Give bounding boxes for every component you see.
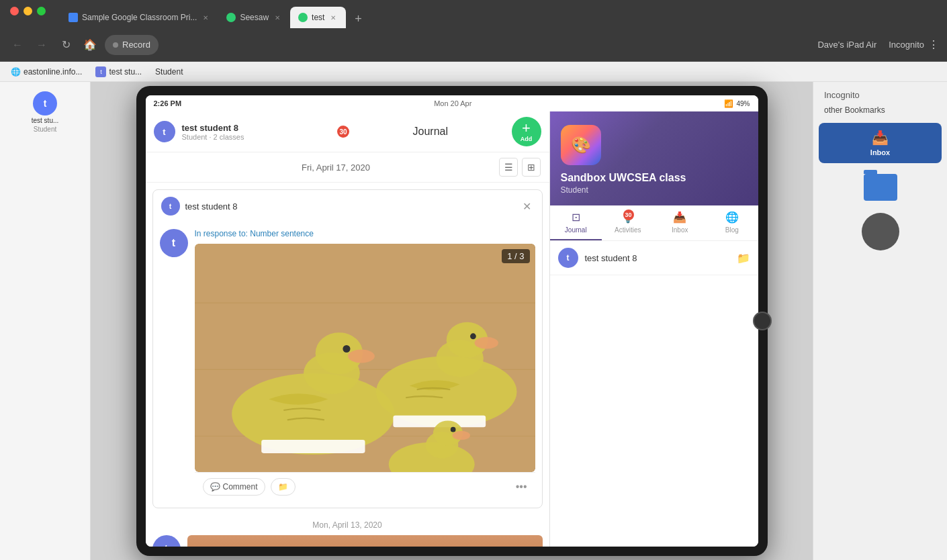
status-icons: 📶 49% xyxy=(724,99,750,108)
post-close-button[interactable]: ✕ xyxy=(521,199,534,213)
seesaw-tab-activities[interactable]: 💡 Activities 30 xyxy=(602,205,654,240)
refresh-button[interactable]: ↻ xyxy=(56,36,75,54)
ipad-app: t test student 8 Student · 2 classes 30 … xyxy=(146,111,758,547)
post-content: t In response to: Number sentence xyxy=(153,222,542,508)
post-author-name: test student 8 xyxy=(185,201,515,212)
inbox-tab-icon: 📥 xyxy=(673,211,686,224)
other-bookmarks[interactable]: other Bookmarks xyxy=(819,103,942,118)
activities-badge: 30 xyxy=(623,209,634,220)
bookmarks-bar: 🌐 eastonline.info... t test stu... Stude… xyxy=(0,62,947,82)
comment-icon: 💬 xyxy=(210,482,220,492)
current-date: Fri, April 17, 2020 xyxy=(302,162,370,173)
seesaw-class-name: Sandbox UWCSEA class xyxy=(561,172,748,184)
tab-favicon-1 xyxy=(69,13,78,22)
fullscreen-window-button[interactable] xyxy=(37,7,46,15)
status-time: 2:26 PM xyxy=(154,99,182,107)
tab-google-classroom[interactable]: Sample Google Classroom Pri... ✕ xyxy=(60,7,218,28)
seesaw-logo: 🎨 xyxy=(561,125,601,165)
bookmark-label-1: eastonline.info... xyxy=(24,67,82,77)
journal-title-container: Journal xyxy=(356,126,505,138)
svg-point-13 xyxy=(474,337,498,349)
back-button[interactable]: ← xyxy=(8,36,27,54)
seesaw-student-avatar: t xyxy=(558,248,578,268)
tab-close-2[interactable]: ✕ xyxy=(273,13,282,22)
new-tab-button[interactable]: + xyxy=(349,9,367,28)
bookmark-eastonline[interactable]: 🌐 eastonline.info... xyxy=(7,66,86,78)
inbox-panel[interactable]: 📥 Inbox xyxy=(819,123,942,163)
response-link[interactable]: In response to: Number sentence xyxy=(195,229,535,238)
tab-test[interactable]: test ✕ xyxy=(290,7,346,28)
svg-point-14 xyxy=(470,333,476,339)
bookmark-label-2: test stu... xyxy=(109,67,142,77)
svg-point-19 xyxy=(452,431,469,440)
grid-view-button[interactable]: ⊞ xyxy=(522,158,541,177)
second-post-image[interactable] xyxy=(187,535,543,547)
traffic-lights xyxy=(10,7,46,15)
post-image-container[interactable]: 1 / 3 xyxy=(195,244,535,472)
seesaw-header: 🎨 Sandbox UWCSEA class Student xyxy=(550,111,758,205)
seesaw-tab-journal[interactable]: ⊡ Journal xyxy=(550,205,602,240)
blog-tab-icon: 🌐 xyxy=(725,211,739,224)
sidebar-avatar: t xyxy=(33,91,57,115)
bookmark-student[interactable]: Student xyxy=(151,66,187,78)
add-button[interactable]: + Add xyxy=(512,117,541,146)
inbox-tab-label: Inbox xyxy=(672,226,688,234)
record-label: Record xyxy=(122,40,150,50)
journal-panel: t test student 8 Student · 2 classes 30 … xyxy=(146,111,550,547)
home-button[interactable]: 🏠 xyxy=(81,36,99,54)
incognito-header: Incognito xyxy=(819,87,942,103)
add-label: Add xyxy=(521,136,533,142)
seesaw-tabs: ⊡ Journal 💡 Activities 30 📥 xyxy=(550,205,758,241)
incognito-area: Incognito ⋮ xyxy=(889,38,939,51)
bookmark-test-student[interactable]: t test stu... xyxy=(91,65,146,79)
tab-close-1[interactable]: ✕ xyxy=(201,13,210,22)
date-header: Fri, April 17, 2020 ☰ ⊞ xyxy=(146,152,549,183)
sidebar-name: test stu... xyxy=(32,117,59,124)
close-window-button[interactable] xyxy=(10,7,19,15)
browser-window: Sample Google Classroom Pri... ✕ Seesaw … xyxy=(0,0,947,560)
student-role: Student · 2 classes xyxy=(182,133,331,141)
seesaw-student-row[interactable]: t test student 8 📁 xyxy=(550,241,758,275)
tab-seesaw[interactable]: Seesaw ✕ xyxy=(218,7,290,28)
add-plus-icon: + xyxy=(522,121,531,136)
folder-button[interactable]: 📁 xyxy=(271,478,296,496)
seesaw-tab-inbox[interactable]: 📥 Inbox xyxy=(654,205,707,240)
journal-content: t test student 8 ✕ t In response to: Nu xyxy=(146,183,549,547)
journal-header: t test student 8 Student · 2 classes 30 … xyxy=(146,111,549,152)
journal-tab-icon: ⊡ xyxy=(572,211,580,224)
post-user-avatar: t xyxy=(160,229,188,257)
comment-button[interactable]: 💬 Comment xyxy=(203,478,265,496)
seesaw-tab-blog[interactable]: 🌐 Blog xyxy=(706,205,758,240)
minimize-window-button[interactable] xyxy=(24,7,32,15)
ipad-frame: 2:26 PM Mon 20 Apr 📶 49% xyxy=(91,82,813,560)
device-label: Dave's iPad Air xyxy=(811,40,883,50)
post-actions: 💬 Comment 📁 ••• xyxy=(195,472,535,501)
battery-indicator: 49% xyxy=(736,100,750,107)
menu-dots[interactable]: ⋮ xyxy=(928,38,939,51)
ipad-home-button[interactable] xyxy=(753,312,772,330)
list-view-button[interactable]: ☰ xyxy=(499,158,518,177)
wifi-icon: 📶 xyxy=(724,99,733,108)
blue-folder-icon xyxy=(864,174,897,201)
tab-favicon-2 xyxy=(226,13,236,22)
tab-favicon-3 xyxy=(298,13,308,22)
sidebar-item-test-student[interactable]: t test stu... Student xyxy=(5,87,85,137)
post-card: t test student 8 ✕ t In response to: Nu xyxy=(152,189,543,508)
comment-label: Comment xyxy=(223,482,258,492)
record-button[interactable]: Record xyxy=(105,35,159,55)
more-options-button[interactable]: ••• xyxy=(516,481,527,493)
image-counter: 1 / 3 xyxy=(502,249,529,263)
tab-bar: Sample Google Classroom Pri... ✕ Seesaw … xyxy=(0,0,947,28)
seesaw-folder-icon[interactable]: 📁 xyxy=(737,252,750,265)
bookmark-icon-1: 🌐 xyxy=(11,67,21,77)
svg-rect-9 xyxy=(261,440,365,453)
tab-close-3[interactable]: ✕ xyxy=(328,13,338,22)
circle-button[interactable] xyxy=(862,213,899,250)
sidebar-subrole: Student xyxy=(34,126,56,133)
bookmark-avatar-2: t xyxy=(95,66,106,77)
student-name: test student 8 xyxy=(182,123,331,133)
second-date-section: Mon, April 13, 2020 xyxy=(146,515,549,535)
incognito-label: Incognito xyxy=(889,40,924,50)
tab-title-2: Seesaw xyxy=(240,13,269,22)
forward-button[interactable]: → xyxy=(32,36,51,54)
